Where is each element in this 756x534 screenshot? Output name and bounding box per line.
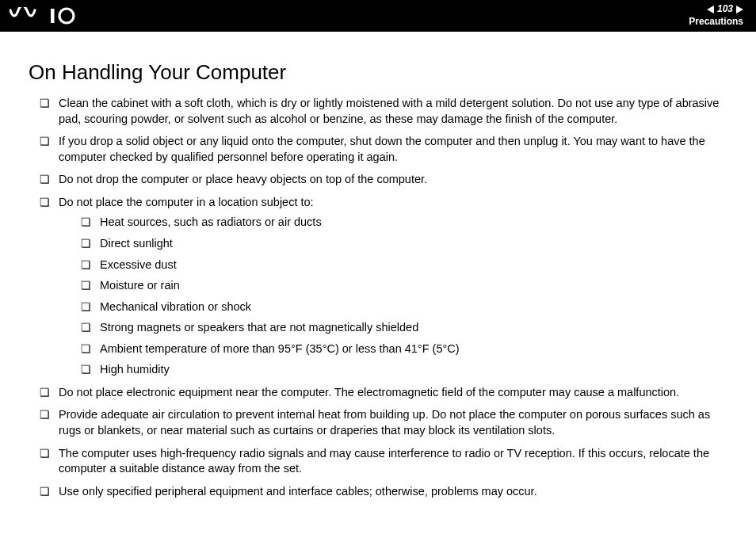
list-item: Provide adequate air circulation to prev… bbox=[40, 407, 727, 438]
list-item: Clean the cabinet with a soft cloth, whi… bbox=[40, 96, 727, 127]
list-item: Use only specified peripheral equipment … bbox=[40, 484, 727, 500]
list-item: Direct sunlight bbox=[81, 236, 727, 252]
prev-page-arrow-icon[interactable] bbox=[707, 6, 714, 13]
list-item-text: Do not place the computer in a location … bbox=[59, 196, 314, 208]
header-right: 103 Precautions bbox=[689, 3, 743, 28]
list-item: High humidity bbox=[81, 362, 727, 378]
section-label: Precautions bbox=[689, 16, 743, 29]
precautions-list: Clean the cabinet with a soft cloth, whi… bbox=[40, 96, 727, 499]
list-item: Moisture or rain bbox=[81, 278, 727, 294]
list-item: If you drop a solid object or any liquid… bbox=[40, 134, 727, 165]
page-title: On Handling Your Computer bbox=[29, 60, 727, 85]
sub-list: Heat sources, such as radiators or air d… bbox=[81, 215, 727, 378]
list-item: Do not place electronic equipment near t… bbox=[40, 385, 727, 401]
svg-rect-0 bbox=[51, 9, 55, 23]
list-item: Ambient temperature of more than 95°F (3… bbox=[81, 341, 727, 357]
page-content: On Handling Your Computer Clean the cabi… bbox=[0, 32, 756, 522]
page-navigation: 103 bbox=[689, 3, 743, 16]
list-item: Do not drop the computer or place heavy … bbox=[40, 172, 727, 188]
list-item: Strong magnets or speakers that are not … bbox=[81, 320, 727, 336]
next-page-arrow-icon[interactable] bbox=[736, 6, 743, 13]
page-header: 103 Precautions bbox=[0, 0, 756, 32]
list-item: The computer uses high-frequency radio s… bbox=[40, 446, 727, 477]
vaio-logo bbox=[10, 7, 89, 25]
list-item: Heat sources, such as radiators or air d… bbox=[81, 215, 727, 231]
list-item: Excessive dust bbox=[81, 257, 727, 273]
svg-point-1 bbox=[59, 9, 74, 23]
page-number: 103 bbox=[717, 3, 733, 16]
list-item: Do not place the computer in a location … bbox=[40, 195, 727, 378]
list-item: Mechanical vibration or shock bbox=[81, 299, 727, 315]
